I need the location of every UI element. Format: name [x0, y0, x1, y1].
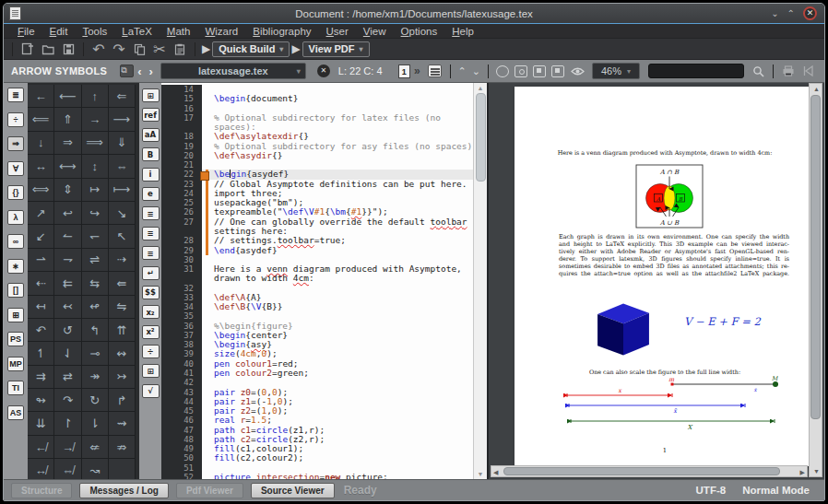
editor-line[interactable]: 44pair z1=(-1,0);	[161, 397, 473, 406]
arrow-symbol-cell[interactable]: ⟺	[28, 179, 54, 202]
arrow-symbol-cell[interactable]: ↤	[28, 296, 54, 319]
arrow-symbol-cell[interactable]: ⟵	[54, 85, 81, 108]
panel-tab-user-symbols[interactable]: ⊞	[7, 308, 24, 322]
menu-item-user[interactable]: User	[320, 26, 355, 37]
newline-icon[interactable]: ↵	[142, 266, 160, 280]
arrow-symbol-cell[interactable]: ⇑	[54, 108, 81, 131]
scroll-up-icon[interactable]: ▲	[813, 86, 820, 92]
save-icon[interactable]	[58, 41, 78, 57]
align-left-icon[interactable]: ≡	[142, 206, 160, 220]
editor-scrollbar[interactable]: ▲ ▼	[473, 83, 487, 479]
editor-line[interactable]: spaces):	[161, 123, 473, 132]
panel-tab-delimiters[interactable]: {}	[7, 185, 24, 200]
editor-line[interactable]: 49fill(c1,colour1);	[161, 444, 473, 453]
arrow-symbol-cell[interactable]: ↫	[82, 296, 109, 319]
pdf-vscrollbar-thumb[interactable]	[810, 95, 821, 419]
arrow-symbol-cell[interactable]: ↦	[82, 179, 109, 202]
math-mode-icon[interactable]: $$	[142, 286, 160, 299]
status-tab-messages-log[interactable]: Messages / Log	[79, 483, 168, 498]
insert-ref-icon[interactable]: ref	[142, 108, 160, 122]
undo-icon[interactable]: ↶	[89, 41, 109, 57]
editor-line[interactable]: 36%\begin{figure}	[161, 322, 473, 331]
italic-icon[interactable]: i	[142, 168, 160, 182]
arrow-symbol-cell[interactable]: ⇆	[82, 272, 109, 295]
editor-line[interactable]: 48path c2=circle(z2,r);	[161, 435, 473, 444]
align-right-icon[interactable]: ≡	[142, 246, 160, 260]
panel-tab-tikz[interactable]: TI	[7, 381, 24, 395]
arrow-symbol-cell[interactable]: ⇐	[109, 85, 136, 108]
editor-line[interactable]: 37\begin{center}	[161, 331, 473, 340]
menu-item-tools[interactable]: Tools	[76, 26, 113, 37]
run-view-pdf-icon[interactable]: ▶	[291, 42, 300, 55]
arrow-symbol-cell[interactable]: ⇍	[82, 436, 109, 459]
arrow-symbol-cell[interactable]: ↗	[28, 202, 54, 225]
arrow-symbol-cell[interactable]: ↶	[28, 319, 54, 342]
menu-item-file[interactable]: File	[11, 26, 41, 37]
subscript-icon[interactable]: x₂	[142, 305, 160, 319]
presentation-eye-icon[interactable]	[567, 63, 587, 79]
bold-icon[interactable]: B	[142, 147, 160, 161]
minimize-icon[interactable]: ⌄	[771, 7, 778, 20]
arrow-symbol-cell[interactable]: ↖	[109, 225, 136, 248]
arrow-symbol-cell[interactable]: ⇝	[109, 412, 136, 435]
editor-line[interactable]: 21	[161, 160, 473, 170]
arrow-symbol-cell[interactable]: ⟹	[82, 132, 109, 155]
arrow-symbol-cell[interactable]: ⇠	[28, 272, 54, 295]
redo-icon[interactable]: ↷	[109, 41, 129, 57]
status-tab-pdf-viewer[interactable]: Pdf Viewer	[176, 483, 243, 498]
pdf-vertical-scrollbar[interactable]: ▲ ▼	[809, 83, 822, 477]
arrow-symbol-cell[interactable]: ⇉	[28, 366, 54, 389]
arrow-symbol-cell[interactable]: ⇌	[82, 249, 109, 272]
array-icon[interactable]: ⊞	[142, 364, 160, 378]
editor-line[interactable]: 31Here is a venn diagram produced with A…	[161, 264, 473, 274]
editor-line[interactable]: 43pair z0=(0,0);	[161, 388, 473, 397]
arrow-symbol-cell[interactable]: ↕	[82, 155, 109, 178]
scroll-right-icon[interactable]: ▶	[800, 469, 805, 476]
arrow-symbol-cell[interactable]: ⇃	[54, 342, 81, 365]
panel-tab-misc-math[interactable]: ∞	[7, 234, 24, 249]
search-icon[interactable]	[748, 63, 768, 79]
title-bar[interactable]: Document : /home/xm1/Documents/latexusag…	[4, 4, 824, 24]
arrow-symbol-cell[interactable]: ↔	[28, 155, 54, 178]
editor-line[interactable]: 39size(4cm,0);	[161, 349, 473, 358]
arrow-symbol-cell[interactable]: ⇀	[28, 249, 54, 272]
editor-line[interactable]: 15\begin{document}	[161, 94, 473, 103]
arrow-symbol-cell[interactable]: ↛	[54, 436, 81, 459]
pdf-next-page-icon[interactable]: ⌄	[472, 65, 480, 77]
align-center-icon[interactable]: ≡	[142, 227, 160, 240]
menu-item-wizard[interactable]: Wizard	[198, 26, 244, 37]
arrow-symbol-cell[interactable]: ↼	[54, 225, 81, 248]
arrow-symbol-cell[interactable]: ↷	[54, 389, 81, 412]
copy-icon[interactable]	[129, 41, 149, 57]
status-tab-structure[interactable]: Structure	[11, 483, 72, 498]
open-file-selector[interactable]: latexusage.tex▾	[160, 63, 306, 79]
editor-scrollbar-thumb[interactable]	[476, 93, 486, 182]
emph-icon[interactable]: e	[142, 187, 160, 201]
arrow-symbol-cell[interactable]: ↓	[28, 132, 54, 155]
pdf-search-input[interactable]	[648, 64, 744, 78]
editor-line[interactable]: 23// Global Asymptote definitions can be…	[161, 180, 473, 189]
arrow-symbol-cell[interactable]: ⇔	[109, 155, 136, 178]
editor-line[interactable]: 42	[161, 378, 473, 387]
menu-item-options[interactable]: Options	[395, 26, 444, 37]
cut-icon[interactable]: ✂	[149, 41, 170, 57]
arrow-symbol-cell[interactable]: ↿	[28, 342, 54, 365]
arrow-symbol-cell[interactable]: ⇢	[109, 249, 136, 272]
pdf-prev-page-icon[interactable]: ⌃	[458, 65, 467, 77]
scroll-up-icon[interactable]: ▲	[474, 85, 487, 91]
editor-line[interactable]: 40pen colour1=red;	[161, 359, 473, 369]
arrow-symbol-cell[interactable]: ↾	[54, 412, 81, 435]
continuous-mode-icon[interactable]: »	[414, 64, 420, 77]
panel-tab-metapost[interactable]: MP	[7, 357, 24, 371]
code-editor[interactable]: 1415\begin{document}1617% Optional subdi…	[161, 83, 473, 479]
editor-line[interactable]: 27// One can globally override the defau…	[161, 217, 473, 227]
close-document-icon[interactable]: ✕	[317, 64, 330, 77]
arrow-symbol-cell[interactable]: ↭	[109, 342, 136, 365]
panel-tab-relation-symbols[interactable]: ÷	[7, 112, 24, 127]
arrow-symbol-cell[interactable]: ⟷	[54, 155, 81, 178]
arrow-symbol-cell[interactable]: ↘	[109, 202, 136, 225]
print-icon[interactable]	[778, 63, 798, 79]
editor-line[interactable]: 41pen colour2=green;	[161, 369, 473, 378]
menu-item-bibliography[interactable]: Bibliography	[246, 26, 317, 37]
arrow-symbol-cell[interactable]: ⇓	[109, 132, 136, 155]
